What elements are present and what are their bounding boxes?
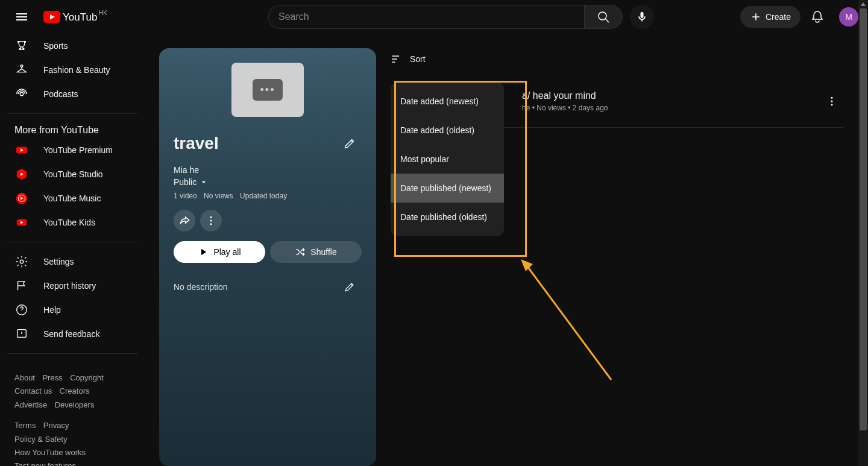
notifications-button[interactable] <box>805 5 829 29</box>
sidebar-item-music[interactable]: YouTube Music <box>7 186 137 210</box>
footer-link[interactable]: How YouTube works <box>14 447 86 458</box>
avatar-letter: M <box>845 12 852 22</box>
youtube-logo-icon: YouTube <box>43 11 98 23</box>
footer-link[interactable]: Policy & Safety <box>14 434 67 445</box>
video-menu-button[interactable] <box>820 95 844 107</box>
svg-point-19 <box>831 104 833 105</box>
search-input[interactable] <box>268 5 584 29</box>
play-all-button[interactable]: Play all <box>174 241 265 263</box>
youtube-kids-icon <box>14 215 29 230</box>
play-icon <box>198 247 209 257</box>
trophy-icon <box>14 39 29 53</box>
podcast-icon <box>14 87 29 101</box>
footer-link[interactable]: Privacy <box>43 420 69 431</box>
svg-point-5 <box>20 92 24 96</box>
playlist-owner[interactable]: Mia he <box>174 165 362 175</box>
svg-point-4 <box>20 65 23 68</box>
sidebar-item-report[interactable]: Report history <box>7 274 137 298</box>
shuffle-icon <box>295 247 306 257</box>
scrollbar-thumb[interactable] <box>860 8 867 430</box>
guide-menu-button[interactable] <box>10 5 34 29</box>
footer-link[interactable]: Advertise <box>14 400 47 411</box>
stat-videos: 1 video <box>174 192 197 200</box>
edit-title-button[interactable] <box>338 131 362 156</box>
sidebar-item-sports[interactable]: Sports <box>7 34 137 58</box>
sort-option-most-popular[interactable]: Most popular <box>391 145 504 174</box>
svg-point-18 <box>831 100 833 102</box>
visibility-label: Public <box>174 177 197 187</box>
sort-button[interactable]: Sort <box>391 48 844 75</box>
sidebar-item-kids[interactable]: YouTube Kids <box>7 210 137 235</box>
youtube-music-icon <box>14 191 29 206</box>
header-center <box>268 5 654 29</box>
sidebar-item-help[interactable]: Help <box>7 298 137 322</box>
sidebar-item-studio[interactable]: YouTube Studio <box>7 162 137 186</box>
svg-line-3 <box>605 19 609 23</box>
create-button[interactable]: Create <box>740 6 800 28</box>
search-form <box>268 5 623 29</box>
edit-description-button[interactable] <box>338 275 362 299</box>
footer-link[interactable]: Creators <box>60 386 90 397</box>
svg-point-11 <box>20 260 24 263</box>
sidebar-item-settings[interactable]: Settings <box>7 250 137 274</box>
voice-search-button[interactable] <box>630 5 654 29</box>
masthead: YouTube HK Create M <box>0 0 868 34</box>
share-icon <box>178 215 190 227</box>
playlist-title-row: travel <box>174 131 362 156</box>
svg-point-17 <box>831 96 833 98</box>
sort-label: Sort <box>410 54 426 64</box>
sidebar-item-label: Sports <box>43 41 68 51</box>
hamburger-icon <box>14 10 29 24</box>
hanger-icon <box>14 63 29 77</box>
playlist-stats: 1 video No views Updated today <box>174 192 362 200</box>
guide-sidebar: Sports Fashion & Beauty Podcasts More fr… <box>0 34 145 466</box>
footer-link[interactable]: Copyright <box>70 373 104 383</box>
sidebar-item-label: Podcasts <box>43 89 78 99</box>
flag-icon <box>14 279 29 293</box>
search-button[interactable] <box>584 5 623 29</box>
sidebar-item-label: YouTube Studio <box>43 169 103 179</box>
pencil-icon <box>343 137 356 150</box>
footer-links-primary: About Press Copyright Contact us Creator… <box>14 371 130 411</box>
search-icon <box>596 10 611 24</box>
svg-point-16 <box>210 223 212 225</box>
sort-option-date-published-oldest[interactable]: Date published (oldest) <box>391 203 504 231</box>
sort-dropdown-menu: Date added (newest) Date added (oldest) … <box>391 82 504 236</box>
sort-option-date-added-newest[interactable]: Date added (newest) <box>391 87 504 116</box>
more-actions-button[interactable] <box>200 210 222 231</box>
sidebar-section-title: More from YouTube <box>7 121 137 138</box>
scroll-up-icon <box>860 1 866 7</box>
footer-link[interactable]: Test new features <box>14 461 76 466</box>
description-row: No description <box>174 275 362 299</box>
sort-option-date-published-newest[interactable]: Date published (newest) <box>391 174 504 203</box>
sidebar-item-fashion[interactable]: Fashion & Beauty <box>7 58 137 82</box>
svg-point-14 <box>210 216 212 218</box>
sidebar-item-label: Fashion & Beauty <box>43 65 110 75</box>
footer-link[interactable]: Developers <box>55 400 95 411</box>
sidebar-item-premium[interactable]: YouTube Premium <box>7 138 137 162</box>
footer-link[interactable]: Press <box>42 373 62 383</box>
country-code: HK <box>99 10 107 16</box>
svg-point-2 <box>599 12 606 20</box>
stat-views: No views <box>204 192 233 200</box>
footer-link[interactable]: Terms <box>14 420 36 431</box>
share-button[interactable] <box>174 210 195 231</box>
sidebar-item-podcasts[interactable]: Podcasts <box>7 82 137 106</box>
youtube-logo[interactable]: YouTube HK <box>43 11 98 23</box>
header-left: YouTube HK <box>10 5 98 29</box>
playlist-title: travel <box>174 134 219 153</box>
sidebar-item-feedback[interactable]: Send feedback <box>7 322 137 346</box>
playlist-content: Sort a/ heal your mind he • No views • 2… <box>391 48 844 466</box>
stat-updated: Updated today <box>240 192 287 200</box>
page-scrollbar[interactable] <box>858 0 868 466</box>
more-vert-icon <box>205 215 217 227</box>
sidebar-divider <box>7 242 137 242</box>
footer-link[interactable]: About <box>14 373 35 383</box>
playlist-thumbnail[interactable]: ••• <box>231 63 304 117</box>
gear-icon <box>14 254 29 269</box>
avatar-button[interactable]: M <box>839 7 858 27</box>
sort-option-date-added-oldest[interactable]: Date added (oldest) <box>391 116 504 145</box>
playlist-visibility-button[interactable]: Public <box>174 177 362 187</box>
shuffle-button[interactable]: Shuffle <box>270 241 362 263</box>
footer-link[interactable]: Contact us <box>14 386 52 397</box>
